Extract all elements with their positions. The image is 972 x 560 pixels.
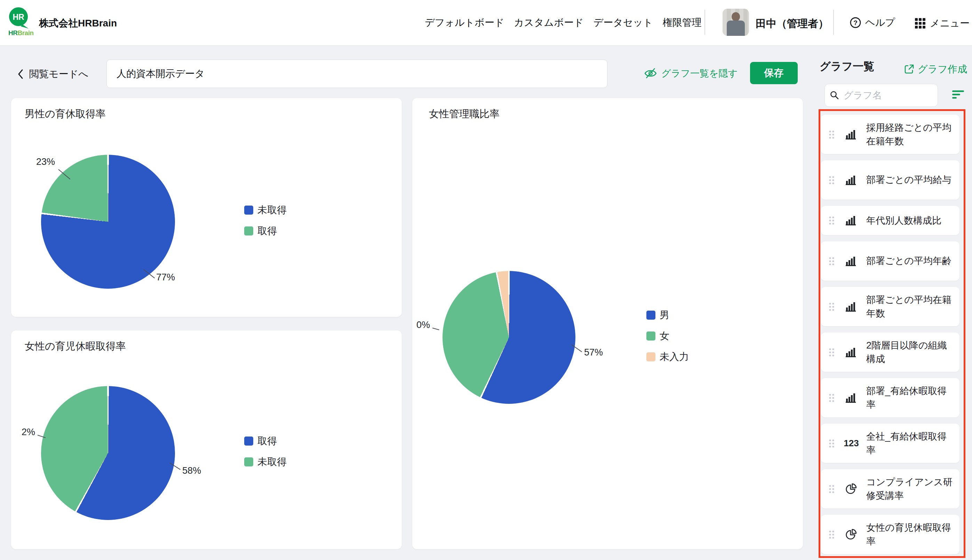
legend-label: 未取得: [257, 203, 287, 217]
bar-chart-icon: [845, 215, 857, 227]
chevron-left-icon: [17, 68, 24, 80]
graph-list-item[interactable]: 女性の育児休暇取得率: [821, 515, 959, 554]
graph-list-item-label: 採用経路ごとの平均在籍年数: [866, 121, 955, 148]
graph-list-item-label: 部署ごとの平均給与: [866, 173, 952, 187]
legend-swatch: [244, 457, 253, 467]
graph-list-item[interactable]: 部署_有給休暇取得率: [821, 378, 959, 417]
legend-item: 女: [646, 330, 689, 342]
drag-handle-icon[interactable]: [829, 439, 835, 448]
legend-label: 取得: [257, 435, 277, 448]
hide-graph-list-label: グラフ一覧を隠す: [661, 67, 737, 80]
pie-slice-label-clipped: 2%: [22, 427, 35, 438]
pie-chart-female-childcare-leave: [41, 386, 175, 520]
back-to-view-mode[interactable]: 閲覧モードへ: [17, 67, 88, 81]
legend-swatch: [646, 311, 655, 320]
bar-chart-icon: [845, 129, 857, 140]
chart-title: 男性の育休取得率: [25, 107, 106, 121]
graph-list-item[interactable]: 採用経路ごとの平均在籍年数: [821, 115, 959, 154]
graph-search-box: [825, 84, 938, 107]
graph-list-item[interactable]: 年代別人数構成比: [821, 206, 959, 235]
pie-chart-icon: [845, 528, 857, 541]
legend-item: 未取得: [244, 205, 287, 216]
pie-slice-label: 57%: [584, 347, 603, 358]
pie-slice-label: 58%: [182, 465, 201, 476]
graph-list-item-label: 全社_有給休暇取得率: [866, 430, 955, 457]
company-name: 株式会社HRBrain: [39, 17, 117, 30]
chart-legend: 取得未取得: [244, 435, 287, 477]
pie-slice-label-clipped: 0%: [417, 320, 430, 330]
graph-list-item-label: 部署ごとの平均年齢: [866, 254, 952, 267]
board-name-input[interactable]: [107, 60, 607, 88]
grid-menu-icon: [915, 18, 926, 29]
bar-chart-icon: [845, 301, 857, 313]
chart-card-male-parental-leave: 男性の育休取得率 77% 23% 未取得取得: [11, 98, 402, 317]
pie-slice-label: 23%: [36, 157, 55, 167]
drag-handle-icon[interactable]: [829, 485, 835, 493]
pie-chart-male-parental-leave: [41, 155, 175, 289]
graph-list-item-label: 2階層目以降の組織構成: [866, 339, 955, 365]
drag-handle-icon[interactable]: [829, 302, 835, 311]
drag-handle-icon[interactable]: [829, 130, 835, 139]
legend-swatch: [244, 227, 253, 235]
legend-item: 取得: [244, 225, 287, 237]
header-divider: [704, 10, 705, 35]
graph-list-item-label: 部署ごとの平均在籍年数: [866, 293, 955, 320]
menu-button[interactable]: メニュー: [915, 17, 970, 30]
legend-swatch: [244, 205, 253, 215]
legend-label: 女: [660, 329, 669, 343]
graph-list-item[interactable]: コンプライアンス研修受講率: [821, 469, 959, 508]
legend-swatch: [646, 352, 655, 362]
hrbrain-logo-icon: HR: [8, 7, 31, 29]
graph-list-item[interactable]: 2階層目以降の組織構成: [821, 333, 959, 372]
legend-item: 未取得: [244, 457, 287, 467]
graph-list-item[interactable]: 部署ごとの平均給与: [821, 160, 959, 200]
legend-label: 未取得: [257, 455, 287, 468]
legend-label: 取得: [257, 224, 277, 238]
sort-lines-icon: [952, 90, 965, 100]
create-graph-label: グラフ作成: [918, 63, 967, 76]
drag-handle-icon[interactable]: [829, 257, 835, 266]
bar-chart-icon: [845, 174, 857, 186]
nav-custom-board[interactable]: カスタムボード: [514, 16, 584, 29]
label-leader-line: [432, 328, 439, 330]
sort-filter-button[interactable]: [952, 90, 965, 101]
numeric-chart-icon: 123: [844, 438, 859, 449]
pie-chart-icon: [845, 483, 857, 495]
user-name[interactable]: 田中（管理者）: [755, 17, 829, 31]
drag-handle-icon[interactable]: [829, 348, 835, 357]
legend-label: 男: [660, 308, 669, 322]
drag-handle-icon[interactable]: [829, 176, 835, 185]
back-label: 閲覧モードへ: [29, 67, 88, 81]
graph-list-item[interactable]: 123全社_有給休暇取得率: [821, 423, 959, 463]
legend-swatch: [646, 332, 655, 340]
save-button[interactable]: 保存: [750, 62, 798, 84]
external-link-icon: [904, 64, 914, 75]
graph-search-input[interactable]: [843, 90, 933, 101]
bar-chart-icon: [845, 392, 857, 404]
menu-label: メニュー: [930, 17, 970, 30]
drag-handle-icon[interactable]: [829, 393, 835, 402]
graph-list-item[interactable]: 部署ごとの平均年齢: [821, 242, 959, 281]
hide-graph-list-button[interactable]: グラフ一覧を隠す: [644, 67, 737, 80]
help-button[interactable]: ? ヘルプ: [849, 16, 895, 29]
avatar[interactable]: [723, 9, 749, 36]
legend-item: 取得: [244, 435, 287, 447]
pie-chart-female-manager-ratio: [442, 271, 575, 404]
drag-handle-icon[interactable]: [829, 216, 835, 225]
nav-dataset[interactable]: データセット: [594, 16, 653, 29]
bar-chart-icon: [845, 255, 857, 267]
hrbrain-dashboard: HR HRBrain 株式会社HRBrain デフォルトボード カスタムボード …: [0, 0, 972, 560]
help-icon: ?: [849, 17, 862, 29]
nav-permission[interactable]: 権限管理: [663, 16, 702, 29]
chart-card-female-manager-ratio: 女性管理職比率 57% 0% 男女未入力: [412, 98, 803, 549]
nav-default-board[interactable]: デフォルトボード: [425, 16, 504, 29]
chart-legend: 未取得取得: [244, 205, 287, 246]
hrbrain-logo[interactable]: HR HRBrain: [8, 7, 40, 39]
drag-handle-icon[interactable]: [829, 530, 835, 539]
chart-legend: 男女未入力: [646, 310, 689, 372]
graph-list-item-label: 年代別人数構成比: [866, 214, 941, 227]
graph-list-item-label: コンプライアンス研修受講率: [866, 475, 955, 502]
graph-list-item[interactable]: 部署ごとの平均在籍年数: [821, 287, 959, 326]
create-graph-button[interactable]: グラフ作成: [904, 63, 967, 76]
chart-title: 女性管理職比率: [429, 107, 500, 121]
